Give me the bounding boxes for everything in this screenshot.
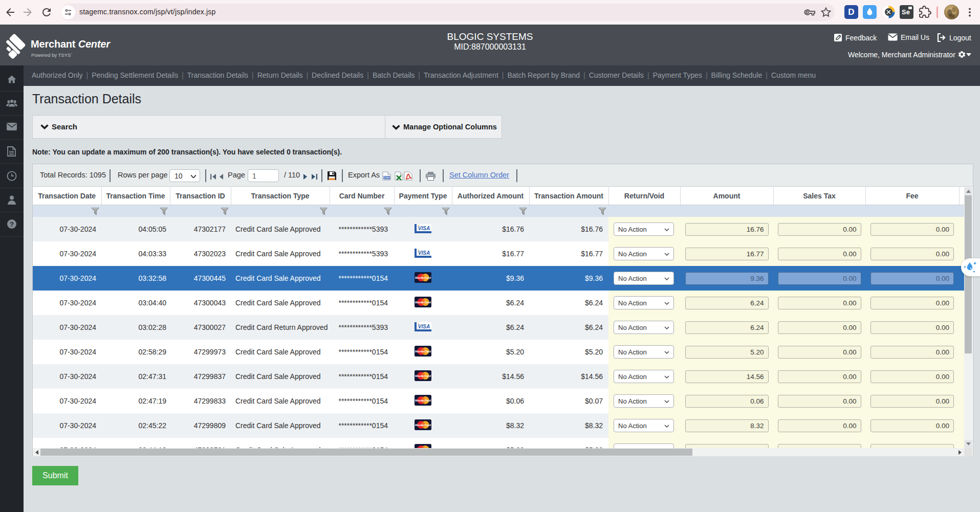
svg-text:VISA: VISA (418, 323, 430, 329)
svg-text:?: ? (10, 220, 14, 228)
svg-text:MasterCard: MasterCard (415, 374, 431, 377)
svg-text:VISA: VISA (418, 250, 430, 255)
svg-text:CSV: CSV (384, 176, 390, 179)
svg-text:MasterCard: MasterCard (415, 399, 431, 402)
svg-text:MasterCard: MasterCard (415, 424, 431, 427)
svg-text:MasterCard: MasterCard (415, 350, 431, 353)
svg-text:VISA: VISA (418, 225, 430, 231)
svg-text:MasterCard: MasterCard (415, 301, 431, 304)
svg-text:MasterCard: MasterCard (415, 276, 431, 279)
